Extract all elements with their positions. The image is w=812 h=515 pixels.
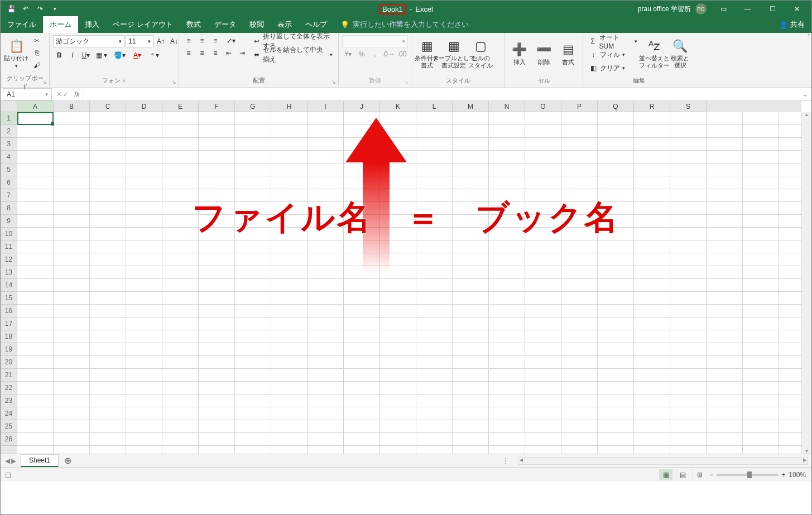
row-header[interactable]: 2 [1,125,17,138]
row-header[interactable]: 5 [1,163,17,176]
sheet-scroll-dots-icon[interactable]: ⋮ [497,457,515,465]
tab-review[interactable]: 校閲 [243,16,271,33]
select-all-corner[interactable] [1,101,17,112]
cells-area[interactable] [17,112,801,454]
close-icon[interactable]: ✕ [785,1,809,17]
fill-color-button[interactable]: 🪣▾ [111,50,128,61]
row-header[interactable]: 18 [1,330,17,343]
decrease-indent-icon[interactable]: ⇤ [223,47,235,59]
tab-file[interactable]: ファイル [1,16,43,33]
maximize-icon[interactable]: ☐ [760,1,785,17]
tell-me-search[interactable]: 💡 実行したい作業を入力してください [334,16,475,33]
number-launcher-icon[interactable]: ↘ [404,79,409,85]
row-header[interactable]: 10 [1,228,17,240]
column-header[interactable]: P [561,101,598,112]
page-layout-view-icon[interactable]: ▤ [676,469,689,480]
fx-icon[interactable]: fx [71,90,83,98]
column-header[interactable]: S [670,101,707,112]
zoom-level[interactable]: 100% [789,471,806,479]
sheet-nav-next-icon[interactable]: ▶ [11,457,16,465]
cut-icon[interactable]: ✂ [31,35,43,46]
column-header[interactable]: R [634,101,670,112]
border-button[interactable]: ▦ ▾ [93,50,110,61]
align-bottom-icon[interactable]: ≡ [209,35,222,46]
row-header[interactable]: 23 [1,394,17,407]
font-color-button[interactable]: A▾ [129,50,146,61]
tab-data[interactable]: データ [208,16,243,33]
format-table-button[interactable]: ▦テーブルとして 書式設定 [441,35,466,73]
insert-cells-button[interactable]: ➕挿入 [508,35,531,73]
tab-pagelayout[interactable]: ページ レイアウト [106,16,180,33]
zoom-out-icon[interactable]: − [709,471,713,479]
column-header[interactable]: M [453,101,489,112]
vertical-scrollbar[interactable] [801,112,811,454]
phonetic-button[interactable]: ᵃ ▾ [147,50,164,61]
row-header[interactable]: 3 [1,138,17,151]
row-header[interactable]: 6 [1,176,17,189]
horizontal-scrollbar[interactable] [518,457,808,465]
comma-icon[interactable]: , [369,49,381,60]
cancel-formula-icon[interactable]: ✕ [56,90,62,98]
column-header[interactable]: D [126,101,162,112]
column-header[interactable]: N [489,101,525,112]
row-header[interactable]: 1 [1,112,17,125]
row-header[interactable]: 22 [1,382,17,394]
user-name[interactable]: prau office 学習所 [638,4,691,14]
align-right-icon[interactable]: ≡ [209,47,222,59]
font-size-dropdown[interactable]: 11▾ [126,35,153,47]
percent-icon[interactable]: % [355,49,368,60]
collapse-ribbon-icon[interactable]: ˆ [808,33,810,41]
row-header[interactable]: 14 [1,279,17,292]
page-break-view-icon[interactable]: ⊞ [693,469,706,480]
sheet-tab[interactable]: Sheet1 [21,454,59,467]
increase-indent-icon[interactable]: ⇥ [236,47,248,59]
increase-font-icon[interactable]: A↑ [155,36,167,47]
column-header[interactable]: F [199,101,235,112]
formula-input[interactable] [83,88,799,100]
row-header[interactable]: 24 [1,407,17,420]
italic-button[interactable]: I [66,50,79,61]
ribbon-options-icon[interactable]: ▭ [711,1,736,17]
format-painter-icon[interactable]: 🖌 [31,60,43,71]
tab-home[interactable]: ホーム [43,16,78,33]
align-middle-icon[interactable]: ≡ [196,35,208,46]
sort-filter-button[interactable]: ᴬᴢ並べ替えと フィルター [642,35,666,73]
tab-insert[interactable]: 挿入 [78,16,106,33]
decrease-font-icon[interactable]: A↓ [168,36,180,47]
row-header[interactable]: 8 [1,202,17,215]
delete-cells-button[interactable]: ➖削除 [533,35,555,73]
column-header[interactable]: G [235,101,271,112]
orientation-icon[interactable]: ⤢▾ [223,35,239,46]
clipboard-launcher-icon[interactable]: ↘ [42,79,47,85]
column-header[interactable]: Q [598,101,634,112]
row-header[interactable]: 9 [1,215,17,228]
find-select-button[interactable]: 🔍検索と 選択 [669,35,691,73]
zoom-slider[interactable] [717,474,778,476]
autosum-button[interactable]: Σオート SUM▾ [587,35,640,47]
column-header[interactable]: E [162,101,199,112]
copy-icon[interactable]: ⎘ [31,47,43,59]
row-header[interactable]: 12 [1,253,17,266]
user-avatar[interactable]: PO [695,3,707,15]
minimize-icon[interactable]: — [736,1,760,17]
sheet-nav-prev-icon[interactable]: ◀ [5,457,10,465]
qat-customize-icon[interactable]: ▾ [49,3,61,15]
undo-icon[interactable]: ↶ [20,3,32,15]
paste-button[interactable]: 📋 貼り付け ▾ [4,35,28,73]
tab-view[interactable]: 表示 [271,16,299,33]
normal-view-icon[interactable]: ▦ [659,469,672,480]
row-header[interactable]: 11 [1,240,17,253]
share-button[interactable]: 👤 共有 [772,16,811,33]
align-left-icon[interactable]: ≡ [182,47,195,59]
column-header[interactable]: C [90,101,126,112]
record-macro-icon[interactable]: ▢ [1,471,16,479]
fill-button[interactable]: ↓フィル▾ [587,49,640,61]
tab-help[interactable]: ヘルプ [299,16,334,33]
row-header[interactable]: 19 [1,343,17,356]
expand-formula-icon[interactable]: ⌄ [799,90,811,98]
number-format-dropdown[interactable]: ▾ [342,35,408,47]
redo-icon[interactable]: ↷ [34,3,46,15]
format-cells-button[interactable]: ▤書式 [557,35,579,73]
accounting-icon[interactable]: ¥▾ [342,49,354,60]
row-header[interactable]: 26 [1,433,17,446]
